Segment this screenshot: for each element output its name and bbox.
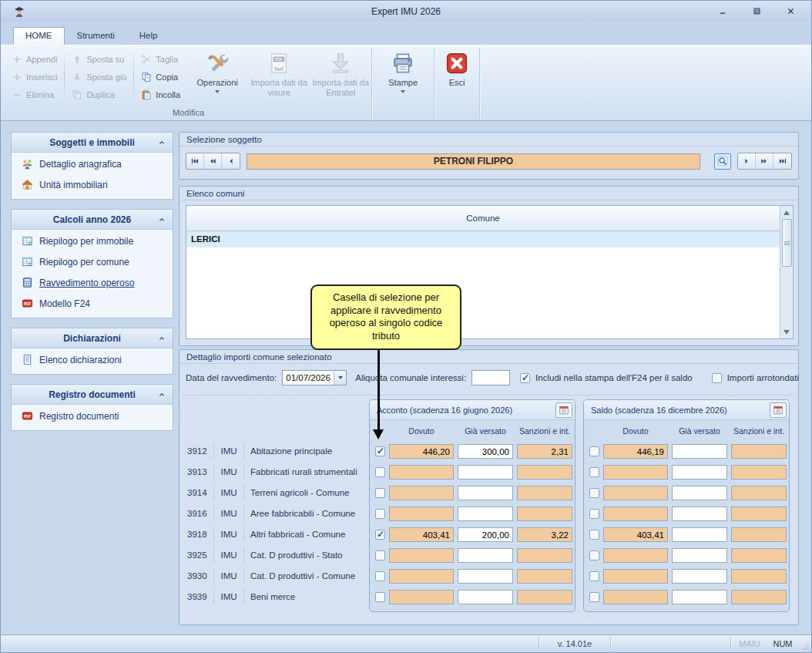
saldo-sanzioni-field[interactable] [731,548,787,563]
acconto-apply-checkbox[interactable] [375,446,385,456]
acconto-gia-versato-field[interactable] [458,590,513,604]
saldo-sanzioni-field[interactable] [731,507,787,521]
incolla-button[interactable]: Incolla [135,86,186,103]
saldo-gia-versato-field[interactable] [672,444,727,459]
sidebar-item-ravvedimento-operoso[interactable]: Ravvedimento operoso [12,273,173,292]
acconto-dovuto-field[interactable] [389,486,454,500]
sidebar-group-header[interactable]: Soggetti e immobili [12,133,173,153]
acconto-gia-versato-field[interactable] [458,444,513,459]
nav-first-button[interactable] [186,153,204,169]
saldo-apply-checkbox[interactable] [589,467,599,477]
sposta-gi-button[interactable]: Sposta giù [65,69,133,86]
acconto-dovuto-field[interactable] [389,444,454,459]
saldo-dovuto-field[interactable] [603,465,668,480]
acconto-sanzioni-field[interactable] [517,486,572,500]
sidebar-item-elenco-dichiarazioni[interactable]: Elenco dichiarazioni [12,350,173,369]
importi-arrotondati-checkbox[interactable] [712,373,722,383]
scrollbar-thumb[interactable] [782,219,792,267]
importa-dati-da-entratel-button[interactable]: Importa dati da Entratel [310,46,371,108]
acconto-gia-versato-field[interactable] [458,569,513,584]
acconto-dovuto-field[interactable] [389,590,454,604]
acconto-dovuto-field[interactable] [389,465,454,480]
subject-name-field[interactable]: PETRONI FILIPPO [247,153,700,170]
acconto-dovuto-field[interactable] [389,569,454,584]
sidebar-item-dettaglio-anagrafica[interactable]: Dettaglio anagrafica [12,154,173,173]
acconto-apply-checkbox[interactable] [375,467,385,477]
duplica-button[interactable]: Duplica [65,86,133,103]
acconto-sanzioni-field[interactable] [517,465,572,480]
acconto-gia-versato-field[interactable] [458,465,513,480]
copia-button[interactable]: Copia [135,69,186,86]
sidebar-item-registro-documenti[interactable]: PDF Registro documenti [12,406,173,426]
resize-grip[interactable] [797,635,811,652]
sidebar-item-unit-immobiliari[interactable]: Unità immobiliari [12,175,173,194]
saldo-dovuto-field[interactable] [603,527,668,542]
sidebar-group-header[interactable]: Dichiarazioni [12,328,173,348]
scroll-up-button[interactable] [781,207,793,218]
acconto-gia-versato-field[interactable] [458,507,513,521]
saldo-gia-versato-field[interactable] [672,548,727,563]
saldo-sanzioni-field[interactable] [731,569,787,584]
acconto-apply-checkbox[interactable] [375,550,385,560]
saldo-apply-checkbox[interactable] [589,530,599,540]
importa-dati-da-visure-button[interactable]: PDF Importa dati da visure [248,46,310,108]
acconto-sanzioni-field[interactable] [517,507,572,521]
tab-strumenti[interactable]: Strumenti [65,27,127,45]
close-button[interactable] [783,5,797,17]
sidebar-group-header[interactable]: Calcoli anno 2026 [12,210,173,230]
saldo-dovuto-field[interactable] [603,548,668,563]
saldo-apply-checkbox[interactable] [589,488,599,498]
sidebar-group-header[interactable]: Registro documenti [12,385,173,405]
saldo-gia-versato-field[interactable] [672,465,727,480]
operazioni-button[interactable]: Operazioni [186,46,248,108]
saldo-calendar-button[interactable] [770,402,787,418]
acconto-dovuto-field[interactable] [389,507,454,521]
saldo-sanzioni-field[interactable] [731,590,787,604]
saldo-sanzioni-field[interactable] [731,444,787,459]
acconto-sanzioni-field[interactable] [517,548,572,563]
aliquota-interessi-input[interactable] [471,370,510,385]
taglia-button[interactable]: Taglia [135,51,186,68]
esci-button[interactable]: Esci [435,46,479,108]
nav-prev-button[interactable] [222,153,240,169]
sidebar-item-riepilogo-per-comune[interactable]: Σ Riepilogo per comune [12,252,173,271]
minimize-button[interactable] [716,5,730,17]
inserisci-button[interactable]: Inserisci [5,69,63,86]
tab-home[interactable]: HOME [13,27,65,45]
comune-column-header[interactable]: Comune [186,206,780,231]
saldo-sanzioni-field[interactable] [731,486,787,500]
saldo-apply-checkbox[interactable] [589,592,599,602]
saldo-sanzioni-field[interactable] [731,465,787,480]
ravvedimento-date-combo[interactable]: 01/07/2026 [282,370,347,385]
saldo-sanzioni-field[interactable] [731,527,787,542]
nav-last-button[interactable] [773,153,791,169]
appendi-button[interactable]: Appendi [5,51,63,68]
saldo-gia-versato-field[interactable] [672,569,727,584]
nav-next-button[interactable] [738,153,756,169]
acconto-calendar-button[interactable] [555,402,572,418]
acconto-gia-versato-field[interactable] [458,548,513,563]
acconto-dovuto-field[interactable] [389,527,454,542]
acconto-dovuto-field[interactable] [389,548,454,563]
saldo-apply-checkbox[interactable] [589,571,599,581]
elimina-button[interactable]: Elimina [5,86,63,103]
saldo-gia-versato-field[interactable] [672,527,727,542]
saldo-apply-checkbox[interactable] [589,509,599,519]
saldo-dovuto-field[interactable] [603,444,668,459]
scroll-down-button[interactable] [781,326,793,338]
combo-dropdown-button[interactable] [334,371,346,385]
acconto-sanzioni-field[interactable] [517,569,572,584]
acconto-sanzioni-field[interactable] [517,527,572,542]
nav-next-page-button[interactable] [756,153,773,169]
tab-help[interactable]: Help [127,27,170,45]
acconto-sanzioni-field[interactable] [517,444,572,459]
saldo-gia-versato-field[interactable] [672,590,727,604]
maximize-button[interactable] [750,5,763,17]
acconto-apply-checkbox[interactable] [375,509,385,519]
search-button[interactable] [714,153,731,170]
saldo-dovuto-field[interactable] [603,486,668,500]
sidebar-item-riepilogo-per-immobile[interactable]: Σ Riepilogo per immobile [12,231,173,251]
saldo-apply-checkbox[interactable] [589,446,599,456]
saldo-apply-checkbox[interactable] [589,550,599,560]
saldo-gia-versato-field[interactable] [672,486,727,500]
